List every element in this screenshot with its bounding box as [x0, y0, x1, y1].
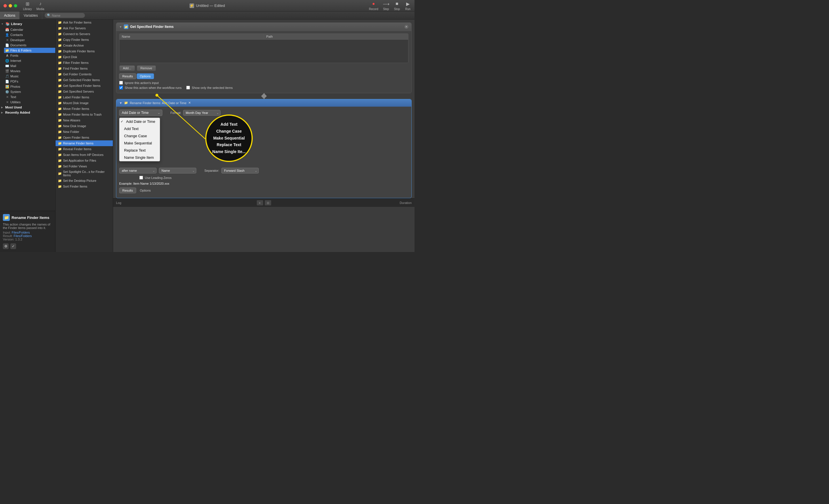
sidebar-item-movies[interactable]: 🎬Movies — [4, 69, 55, 74]
card1-icon: 📁 — [124, 25, 129, 29]
action-ask-servers[interactable]: 📁Ask For Servers — [56, 25, 113, 31]
card2-icon: 📁 — [124, 101, 128, 105]
action-create-archive[interactable]: 📁Create Archive — [56, 43, 113, 48]
close-button[interactable] — [3, 4, 7, 7]
action-rename-finder[interactable]: 📁Rename Finder Items — [56, 141, 113, 146]
action-reveal-finder[interactable]: 📁Reveal Finder Items — [56, 146, 113, 152]
sidebar-item-developer[interactable]: ✕Developer — [4, 37, 55, 43]
card-rename: ▼ 📁 Rename Finder Items: Add Date or Tim… — [116, 99, 411, 198]
sidebar-item-pdfs[interactable]: 📄PDFs — [4, 79, 55, 84]
library-toolbar-btn[interactable]: ⊞ Library — [23, 1, 32, 11]
action-duplicate-finder[interactable]: 📁Duplicate Finder Items — [56, 48, 113, 54]
sidebar-item-utilities[interactable]: ✕Utilities — [4, 100, 55, 105]
tab-actions[interactable]: Actions — [0, 11, 20, 19]
action-get-servers[interactable]: 📁Get Specified Servers — [56, 89, 113, 94]
results-tab[interactable]: Results — [119, 73, 136, 79]
dropdown-item-replace-text[interactable]: Replace Text — [119, 147, 160, 154]
card2-header: ▼ 📁 Rename Finder Items: Add Date or Tim… — [116, 99, 411, 107]
dropdown-item-change-case[interactable]: Change Case — [119, 132, 160, 140]
card1-close[interactable]: ✕ — [404, 25, 408, 29]
remove-button[interactable]: Remove — [137, 65, 156, 71]
action-get-selected[interactable]: 📁Get Selected Finder Items — [56, 77, 113, 83]
action-new-folder[interactable]: 📁New Folder — [56, 129, 113, 134]
search-bar[interactable]: 🔍 — [45, 13, 85, 18]
card2-close[interactable]: ✕ — [188, 101, 191, 105]
dropdown-item-add-text[interactable]: Add Text — [119, 125, 160, 132]
action-set-folder-views[interactable]: 📁Set Folder Views — [56, 163, 113, 169]
action-copy-finder[interactable]: 📁Copy Finder Items — [56, 37, 113, 43]
action-open-finder[interactable]: 📁Open Finder Items — [56, 134, 113, 141]
record-button[interactable]: ● Record — [369, 1, 378, 11]
run-button[interactable]: ▶ Run — [405, 1, 411, 11]
log-tab-split[interactable]: ⊟ — [265, 200, 271, 205]
sidebar-item-files-folders[interactable]: 📁Files & Folders — [4, 48, 55, 53]
name-select[interactable]: Name — [159, 168, 196, 173]
action-ask-finder[interactable]: 📁Ask for Finder Items — [56, 20, 113, 25]
action-filter-finder[interactable]: 📁Filter Finder Items — [56, 60, 113, 66]
tab-variables[interactable]: Variables — [20, 11, 42, 19]
card1-collapse[interactable]: ▼ — [119, 25, 122, 29]
sidebar-item-photos[interactable]: 🖼️Photos — [4, 84, 55, 89]
mode-dropdown[interactable]: Add Date or Time ⌄ — [119, 110, 163, 116]
sidebar-item-mail[interactable]: ✉️Mail — [4, 63, 55, 69]
sidebar-item-internet[interactable]: 🌐Internet — [4, 58, 55, 63]
action-set-spotlight[interactable]: 📁Set Spotlight Co...s for Finder Items — [56, 169, 113, 178]
action-get-specified[interactable]: 📁Get Specified Finder Items — [56, 83, 113, 89]
toolbar-row: Actions Variables 🔍 — [0, 11, 414, 20]
rename-results-tab[interactable]: Results — [119, 188, 136, 193]
action-get-folder[interactable]: 📁Get Folder Contents — [56, 71, 113, 77]
action-label-finder[interactable]: 📁Label Finder Items — [56, 94, 113, 100]
action-move-finder[interactable]: 📁Move Finder Items — [56, 106, 113, 112]
action-new-aliases[interactable]: 📁New Aliases — [56, 117, 113, 123]
dropdown-item-add-date[interactable]: Add Date or Time — [119, 118, 160, 125]
card2-collapse[interactable]: ▼ — [119, 101, 122, 105]
sidebar-item-fonts[interactable]: AFonts — [4, 53, 55, 58]
search-input[interactable] — [52, 14, 83, 17]
log-tab-list[interactable]: ≡ — [257, 200, 263, 205]
show-selected-checkbox[interactable] — [186, 86, 190, 89]
sidebar-item-text[interactable]: ✕Text — [4, 94, 55, 100]
position-select[interactable]: after name before name — [119, 168, 156, 173]
action-connect-servers[interactable]: 📁Connect to Servers — [56, 31, 113, 37]
content-area: ▼ 📁 Get Specified Finder Items ✕ Name Pa… — [113, 20, 414, 252]
action-scan-hp[interactable]: 📁Scan Items from HP Devices — [56, 152, 113, 158]
sidebar-item-music[interactable]: 🎵Music — [4, 74, 55, 79]
dropdown-item-name-single[interactable]: Name Single Item — [119, 154, 160, 161]
step-button[interactable]: ⟶ Step — [383, 1, 389, 11]
action-mount-disk[interactable]: 📁Mount Disk Image — [56, 100, 113, 106]
minimize-button[interactable] — [9, 4, 12, 7]
show-action-checkbox[interactable] — [119, 86, 123, 89]
separator-select[interactable]: Forward Slash Dash Period Underscore — [221, 168, 259, 173]
action-find-finder[interactable]: 📁Find Finder Items — [56, 66, 113, 71]
maximize-button[interactable] — [14, 4, 17, 7]
leading-zeros-checkbox[interactable] — [139, 176, 143, 180]
add-button[interactable]: Add... — [119, 65, 135, 71]
sidebar-item-system[interactable]: ⚙️System — [4, 89, 55, 94]
toolbar-left-icons: ⊞ Library ♪ Media — [23, 1, 44, 11]
action-move-trash[interactable]: 📁Move Finder Items to Trash — [56, 112, 113, 117]
sidebar-item-calendar[interactable]: 📅Calendar — [4, 27, 55, 32]
rename-options-tab[interactable]: Options — [137, 188, 154, 193]
sidebar-item-most-used[interactable]: ▶ Most Used — [0, 105, 55, 110]
dropdown-item-make-sequential[interactable]: Make Sequential — [119, 140, 160, 147]
action-set-app[interactable]: 📁Set Application for Files — [56, 158, 113, 163]
sidebar-item-contacts[interactable]: 👤Contacts — [4, 32, 55, 37]
items-table: Name Path — [119, 33, 408, 63]
check-button[interactable]: ✓ — [10, 243, 16, 249]
sidebar-item-documents[interactable]: 📄Documents — [4, 43, 55, 48]
actions-list-panel: 📁Ask for Finder Items 📁Ask For Servers 📁… — [56, 20, 113, 252]
titlebar: ⊞ Library ♪ Media ⚡ Untitled — Edited ● … — [0, 0, 414, 11]
action-eject-disk[interactable]: 📁Eject Disk — [56, 54, 113, 60]
gear-button[interactable]: ⚙ — [3, 243, 9, 249]
media-toolbar-btn[interactable]: ♪ Media — [37, 1, 44, 11]
format-select[interactable]: Month Day Year Year Month Day Day Month … — [183, 110, 220, 116]
stop-button[interactable]: ■ Stop — [394, 1, 400, 11]
log-label: Log — [116, 201, 121, 204]
action-set-desktop[interactable]: 📁Set the Desktop Picture — [56, 178, 113, 184]
options-tab[interactable]: Options — [137, 73, 154, 79]
action-new-disk-image[interactable]: 📁New Disk Image — [56, 123, 113, 129]
sidebar-item-recently-added[interactable]: ▶ Recently Added — [0, 110, 55, 115]
sidebar-item-library[interactable]: ▼ 📚 Library — [0, 21, 55, 27]
ignore-input-checkbox[interactable] — [119, 81, 123, 85]
action-sort-finder[interactable]: 📁Sort Finder Items — [56, 184, 113, 189]
